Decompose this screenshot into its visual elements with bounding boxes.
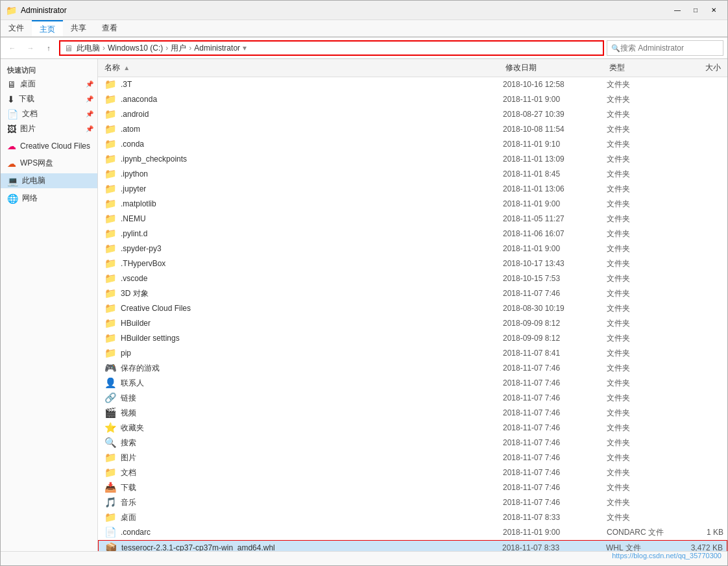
sidebar-item-documents[interactable]: 📄 文档 📌 (1, 106, 97, 121)
table-row[interactable]: 📁 .jupyter 2018-11-01 13:06 文件夹 (98, 182, 727, 197)
title-controls: — □ ✕ (669, 4, 722, 17)
col-header-type[interactable]: 类型 (607, 62, 672, 73)
breadcrumb-users[interactable]: 用户 (169, 43, 188, 54)
file-name: .3T (121, 80, 503, 89)
file-type: 文件夹 (607, 94, 672, 105)
file-name: 搜索 (121, 437, 503, 449)
tab-share[interactable]: 共享 (63, 20, 94, 36)
file-date: 2018-10-15 7:53 (503, 274, 607, 283)
file-date: 2018-11-07 7:46 (503, 423, 607, 432)
content-area: 快速访问 🖥 桌面 📌 ⬇ 下载 📌 📄 文档 📌 🖼 (1, 59, 727, 551)
tab-file[interactable]: 文件 (1, 20, 32, 36)
file-name: Creative Cloud Files (121, 304, 503, 313)
file-date: 2018-11-07 7:46 (503, 438, 607, 447)
sidebar-label-documents: 文档 (22, 108, 38, 119)
maximize-button[interactable]: □ (687, 4, 704, 17)
file-icon: 📁 (104, 168, 117, 180)
table-row[interactable]: 🎵 音乐 2018-11-07 7:46 文件夹 (98, 495, 727, 510)
table-row[interactable]: 📁 .android 2018-08-27 10:39 文件夹 (98, 107, 727, 122)
table-row[interactable]: 📁 .THypervBox 2018-10-17 13:43 文件夹 (98, 256, 727, 271)
sidebar-item-downloads[interactable]: ⬇ 下载 📌 (1, 92, 97, 106)
file-type: 文件夹 (607, 348, 672, 359)
table-row[interactable]: 📁 .pylint.d 2018-11-06 16:07 文件夹 (98, 227, 727, 241)
sidebar-item-creative-cloud[interactable]: ☁ Creative Cloud Files (1, 139, 97, 153)
table-row[interactable]: 👤 联系人 2018-11-07 7:46 文件夹 (98, 376, 727, 391)
col-header-size[interactable]: 大小 (672, 62, 723, 73)
table-row[interactable]: 📁 HBuilder settings 2018-09-09 8:12 文件夹 (98, 331, 727, 346)
table-row[interactable]: 📁 Creative Cloud Files 2018-08-30 10:19 … (98, 301, 727, 316)
breadcrumb-pc[interactable]: 此电脑 (75, 43, 101, 54)
table-row[interactable]: 📥 下载 2018-11-07 7:46 文件夹 (98, 480, 727, 495)
table-row[interactable]: 📄 .condarc 2018-11-01 9:00 CONDARC 文件 1 … (98, 525, 727, 540)
back-button[interactable]: ← (5, 40, 20, 56)
table-row[interactable]: 📁 .NEMU 2018-11-05 11:27 文件夹 (98, 212, 727, 227)
file-name: 保存的游戏 (121, 363, 503, 374)
sidebar-item-desktop[interactable]: 🖥 桌面 📌 (1, 77, 97, 92)
file-date: 2018-11-07 7:46 (503, 393, 607, 402)
file-date: 2018-08-30 10:19 (503, 304, 607, 313)
table-row[interactable]: 📁 .anaconda 2018-11-01 9:00 文件夹 (98, 92, 727, 107)
tab-view[interactable]: 查看 (94, 20, 125, 36)
file-type: 文件夹 (607, 512, 672, 523)
table-row[interactable]: 📁 桌面 2018-11-07 8:33 文件夹 (98, 510, 727, 525)
file-type: 文件夹 (607, 408, 672, 419)
file-name: .pylint.d (121, 229, 503, 238)
file-name: tesserocr-2.3.1-cp37-cp37m-win_amd64.whl (121, 543, 502, 551)
table-row[interactable]: 📁 .ipynb_checkpoints 2018-11-01 13:09 文件… (98, 152, 727, 167)
file-type: 文件夹 (607, 482, 672, 493)
file-name: .android (121, 110, 503, 119)
file-list-container[interactable]: 📁 .3T 2018-10-16 12:58 文件夹 📁 .anaconda 2… (98, 77, 727, 551)
file-icon: 📁 (104, 198, 117, 210)
table-row[interactable]: 📁 文档 2018-11-07 7:46 文件夹 (98, 465, 727, 480)
file-date: 2018-11-05 11:27 (503, 214, 607, 223)
file-icon: 👤 (104, 377, 117, 389)
search-box[interactable]: 🔍 (607, 40, 723, 56)
table-row[interactable]: 📁 .vscode 2018-10-15 7:53 文件夹 (98, 271, 727, 286)
table-row[interactable]: 📁 .spyder-py3 2018-11-01 9:00 文件夹 (98, 241, 727, 256)
table-row[interactable]: ⭐ 收藏夹 2018-11-07 7:46 文件夹 (98, 421, 727, 436)
desktop-icon: 🖥 (7, 79, 16, 90)
tab-home[interactable]: 主页 (32, 20, 63, 36)
up-button[interactable]: ↑ (41, 40, 56, 56)
address-bar[interactable]: 🖥 此电脑 › Windows10 (C:) › 用户 › Administra… (59, 40, 604, 56)
file-type: 文件夹 (607, 109, 672, 120)
table-row[interactable]: 📁 .atom 2018-10-08 11:54 文件夹 (98, 122, 727, 137)
table-row[interactable]: 📁 3D 对象 2018-11-07 7:46 文件夹 (98, 286, 727, 301)
file-icon: 📄 (104, 526, 117, 538)
forward-button[interactable]: → (23, 40, 38, 56)
breadcrumb-admin[interactable]: Administrator (193, 43, 241, 53)
file-type: 文件夹 (607, 273, 672, 284)
table-row[interactable]: 📁 .matplotlib 2018-11-01 9:00 文件夹 (98, 197, 727, 212)
file-size: 1 KB (672, 528, 723, 537)
col-header-name[interactable]: 名称 ▲ (102, 62, 503, 73)
col-header-date[interactable]: 修改日期 (503, 62, 607, 73)
table-row[interactable]: 📁 .conda 2018-11-01 9:10 文件夹 (98, 137, 727, 152)
table-row[interactable]: 🔗 链接 2018-11-07 7:46 文件夹 (98, 391, 727, 406)
file-icon: 🎬 (104, 407, 117, 419)
search-input[interactable] (620, 43, 719, 53)
minimize-button[interactable]: — (669, 4, 686, 17)
sidebar-item-network[interactable]: 🌐 网络 (1, 191, 97, 206)
sidebar-item-thispc[interactable]: 💻 此电脑 (1, 173, 97, 188)
close-button[interactable]: ✕ (705, 4, 722, 17)
address-pc-icon: 🖥 (64, 43, 73, 53)
table-row[interactable]: 🎮 保存的游戏 2018-11-07 7:46 文件夹 (98, 361, 727, 376)
breadcrumb-drive[interactable]: Windows10 (C:) (106, 43, 164, 53)
table-row[interactable]: 🔍 搜索 2018-11-07 7:46 文件夹 (98, 436, 727, 450)
sidebar-label-thispc: 此电脑 (22, 175, 45, 186)
file-name: 桌面 (121, 512, 503, 523)
table-row[interactable]: 🎬 视频 2018-11-07 7:46 文件夹 (98, 406, 727, 421)
table-row[interactable]: 📁 .ipython 2018-11-01 8:45 文件夹 (98, 167, 727, 182)
file-icon: 📁 (104, 228, 117, 240)
table-row[interactable]: 📁 HBuilder 2018-09-09 8:12 文件夹 (98, 316, 727, 331)
file-name: 3D 对象 (121, 288, 503, 299)
table-row[interactable]: 📁 pip 2018-11-07 8:41 文件夹 (98, 346, 727, 361)
sidebar-item-pictures[interactable]: 🖼 图片 📌 (1, 121, 97, 136)
sidebar-item-wps[interactable]: ☁ WPS网盘 (1, 156, 97, 171)
table-row[interactable]: 📁 .3T 2018-10-16 12:58 文件夹 (98, 77, 727, 92)
file-name: .spyder-py3 (121, 244, 503, 253)
table-row[interactable]: 📁 图片 2018-11-07 7:46 文件夹 (98, 450, 727, 465)
table-row[interactable]: 📦 tesserocr-2.3.1-cp37-cp37m-win_amd64.w… (98, 540, 727, 551)
file-name: .jupyter (121, 184, 503, 193)
creative-cloud-icon: ☁ (7, 141, 16, 151)
